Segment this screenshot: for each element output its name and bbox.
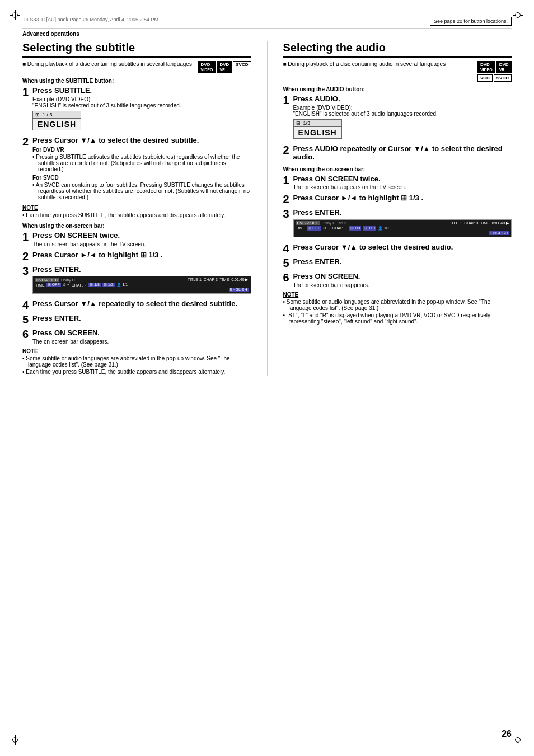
subtitle-display-english: ENGLISH — [33, 119, 81, 130]
subtitle-onscreen-step-1: 1 Press ON SCREEN twice. The on-screen b… — [22, 231, 251, 247]
subtitle-for-svcd-note: An SVCD can contain up to four subtitles… — [32, 182, 251, 200]
subtitle-onscreen-step-5-number: 5 — [22, 314, 31, 325]
audio-onscreen-step-6: 6 Press ON SCREEN. The on-screen bar dis… — [283, 272, 512, 288]
audio-step-1-content: Press AUDIO. Example (DVD VIDEO):"ENGLIS… — [293, 95, 512, 141]
section-label: Advanced operations — [22, 31, 512, 37]
audio-badge-dvd-video: DVDVIDEO — [477, 61, 495, 73]
audio-intro-content: During playback of a disc containing aud… — [288, 61, 446, 67]
subtitle-onscreen-step-6-title: Press ON SCREEN. — [32, 328, 251, 337]
audio-onscreen-step-5-title: Press ENTER. — [293, 257, 512, 266]
audio-note-item-2: "ST", "L" and "R" is displayed when play… — [283, 312, 512, 325]
audio-onscreen-step-1-body: The on-screen bar appears on the TV scre… — [293, 184, 512, 190]
audio-onscreen-step-6-content: Press ON SCREEN. The on-screen bar disap… — [293, 272, 512, 288]
subtitle-note-2-item-1: Some subtitle or audio languages are abb… — [22, 355, 251, 368]
subtitle-onscreen-step-3-content: Press ENTER. DVD-VIDEO Dolby D TITLE 1 C… — [32, 265, 251, 297]
subtitle-onscreen-step-6: 6 Press ON SCREEN. The on-screen bar dis… — [22, 328, 251, 345]
subtitle-for-dvd-vr-label: For DVD VR — [32, 147, 251, 153]
audio-step-2-number: 2 — [283, 144, 292, 156]
audio-badge-dvd-vr: DVDVR — [496, 61, 512, 73]
audio-onscreen-step-2-title: Press Cursor ►/◄ to highlight ⊞ 1/3 . — [293, 194, 512, 203]
audio-section: Selecting the audio ■ During playback of… — [283, 41, 512, 376]
subtitle-onscreen-step-3-title: Press ENTER. — [32, 265, 251, 274]
audio-step-1-body: Example (DVD VIDEO):"ENGLISH" is selecte… — [293, 105, 512, 117]
subtitle-badge-group: DVDVIDEO DVDVR SVCD — [198, 61, 251, 73]
subtitle-onscreen-step-1-body: The on-screen bar appears on the TV scre… — [32, 241, 251, 247]
audio-step-1: 1 Press AUDIO. Example (DVD VIDEO):"ENGL… — [283, 95, 512, 141]
subtitle-for-dvd-vr-note: Pressing SUBTITLE activates the subtitle… — [32, 154, 251, 172]
subtitle-for-svcd-label: For SVCD — [32, 175, 251, 181]
subtitle-onscreen-step-3: 3 Press ENTER. DVD-VIDEO Dolby D TITLE 1… — [22, 265, 251, 297]
audio-onscreen-step-1: 1 Press ON SCREEN twice. The on-screen b… — [283, 175, 512, 191]
audio-onscreen-step-3-content: Press ENTER. DVD-VIDEO Dolby D 2/5 8ch T… — [293, 208, 512, 240]
subtitle-step-2-number: 2 — [22, 136, 31, 147]
subtitle-onscreen-step-2-title: Press Cursor ►/◄ to highlight ⊞ 1/3 . — [32, 251, 251, 260]
audio-intro-text: ■ During playback of a disc containing a… — [283, 61, 473, 67]
subtitle-onscreen-step-4-number: 4 — [22, 299, 31, 311]
subtitle-step-1: 1 Press SUBTITLE. Example (DVD VIDEO):"E… — [22, 86, 251, 133]
subtitle-display-box: ⊞ 1 / 3 ENGLISH — [32, 111, 81, 130]
audio-display-box: ⊞ 1/3 ENGLISH — [293, 119, 342, 139]
subtitle-onscreen-step-6-number: 6 — [22, 328, 31, 340]
subtitle-onscreen-step-5-content: Press ENTER. — [32, 314, 251, 323]
audio-onscreen-step-1-content: Press ON SCREEN twice. The on-screen bar… — [293, 175, 512, 191]
subtitle-onscreen-step-1-number: 1 — [22, 231, 31, 242]
audio-badge-group: DVDVIDEO DVDVR VCD SVCD — [477, 61, 512, 82]
subtitle-intro-text: ■ During playback of a disc containing s… — [22, 61, 194, 67]
subtitle-note-2-item-2: Each time you press SUBTITLE, the subtit… — [22, 369, 251, 375]
badge-dvd-video: DVDVIDEO — [198, 61, 216, 73]
subtitle-step-1-title: Press SUBTITLE. — [32, 86, 251, 95]
audio-onscreen-step-3: 3 Press ENTER. DVD-VIDEO Dolby D 2/5 8ch… — [283, 208, 512, 240]
audio-badge-svcd: SVCD — [494, 74, 512, 82]
audio-onscreen-step-6-title: Press ON SCREEN. — [293, 272, 512, 281]
subtitle-step-1-body: Example (DVD VIDEO):"ENGLISH" is selecte… — [32, 96, 251, 109]
subtitle-step-2-title: Press Cursor ▼/▲ to select the desired s… — [32, 136, 251, 145]
audio-onscreen-step-4-content: Press Cursor ▼/▲ to select the desired a… — [293, 243, 512, 252]
corner-mark-tr — [513, 10, 524, 21]
subtitle-note-2: NOTE Some subtitle or audio languages ar… — [22, 348, 251, 375]
badge-dvd-vr: DVDVR — [217, 61, 232, 73]
subtitle-button-heading: When using the SUBTITLE button: — [22, 78, 251, 84]
corner-mark-bl — [10, 735, 21, 746]
audio-note-item-1: Some subtitle or audio languages are abb… — [283, 299, 512, 311]
subtitle-note-1: NOTE Each time you press SUBTITLE, the s… — [22, 205, 251, 218]
subtitle-dvd-bar: DVD-VIDEO Dolby D TITLE 1 CHAP 3 TIME 0:… — [32, 276, 251, 294]
audio-intro-row: ■ During playback of a disc containing a… — [283, 61, 512, 82]
header-file-info: TIFS33-11[AU].book Page 26 Monday, April… — [22, 17, 158, 22]
subtitle-step-1-content: Press SUBTITLE. Example (DVD VIDEO):"ENG… — [32, 86, 251, 133]
subtitle-onscreen-step-4-title: Press Cursor ▼/▲ repeatedly to select th… — [32, 299, 251, 308]
subtitle-intro-content: During playback of a disc containing sub… — [27, 61, 192, 67]
audio-button-heading: When using the AUDIO button: — [283, 86, 512, 92]
audio-step-1-title: Press AUDIO. — [293, 95, 512, 104]
subtitle-step-1-number: 1 — [22, 86, 31, 97]
subtitle-onscreen-step-1-content: Press ON SCREEN twice. The on-screen bar… — [32, 231, 251, 247]
audio-onscreen-step-3-title: Press ENTER. — [293, 208, 512, 217]
subtitle-onscreen-step-4: 4 Press Cursor ▼/▲ repeatedly to select … — [22, 299, 251, 311]
audio-onscreen-step-1-number: 1 — [283, 175, 292, 186]
audio-onscreen-step-5-content: Press ENTER. — [293, 257, 512, 266]
audio-onscreen-step-4-number: 4 — [283, 243, 292, 254]
audio-onscreen-step-2: 2 Press Cursor ►/◄ to highlight ⊞ 1/3 . — [283, 194, 512, 205]
subtitle-intro-row: ■ During playback of a disc containing s… — [22, 61, 251, 73]
subtitle-note-2-title: NOTE — [22, 348, 251, 354]
corner-mark-br — [513, 735, 524, 746]
subtitle-display-top: ⊞ 1 / 3 — [33, 111, 81, 119]
audio-step-2-content: Press AUDIO repeatedly or Cursor ▼/▲ to … — [293, 144, 512, 162]
audio-note-title: NOTE — [283, 292, 512, 298]
subtitle-onscreen-step-2-number: 2 — [22, 251, 31, 262]
audio-onscreen-step-5-number: 5 — [283, 257, 292, 269]
audio-onscreen-step-6-number: 6 — [283, 272, 292, 283]
subtitle-onscreen-heading: When using the on-screen bar: — [22, 223, 251, 229]
audio-onscreen-heading: When using the on-screen bar: — [283, 166, 512, 172]
audio-onscreen-step-4-title: Press Cursor ▼/▲ to select the desired a… — [293, 243, 512, 252]
audio-display-top: ⊞ 1/3 — [294, 120, 341, 127]
audio-onscreen-step-4: 4 Press Cursor ▼/▲ to select the desired… — [283, 243, 512, 254]
subtitle-section-title: Selecting the subtitle — [22, 41, 251, 58]
audio-step-2-title: Press AUDIO repeatedly or Cursor ▼/▲ to … — [293, 144, 512, 162]
subtitle-onscreen-step-4-content: Press Cursor ▼/▲ repeatedly to select th… — [32, 299, 251, 308]
subtitle-onscreen-step-5: 5 Press ENTER. — [22, 314, 251, 325]
subtitle-onscreen-step-1-title: Press ON SCREEN twice. — [32, 231, 251, 240]
subtitle-note-1-title: NOTE — [22, 205, 251, 211]
subtitle-onscreen-step-6-content: Press ON SCREEN. The on-screen bar disap… — [32, 328, 251, 345]
column-divider — [267, 41, 268, 376]
audio-step-1-number: 1 — [283, 95, 292, 106]
